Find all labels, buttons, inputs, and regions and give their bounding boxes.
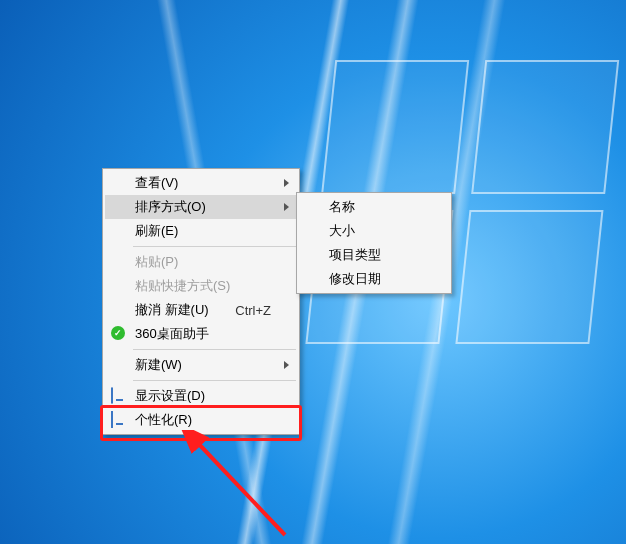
menu-item-label: 大小 — [329, 222, 355, 240]
menu-item-refresh[interactable]: 刷新(E) — [105, 219, 297, 243]
desktop-wallpaper[interactable]: 查看(V) 排序方式(O) 刷新(E) 粘贴(P) 粘贴快捷方式(S) 撤消 新… — [0, 0, 626, 544]
menu-item-label: 显示设置(D) — [135, 387, 205, 405]
menu-item-label: 粘贴(P) — [135, 253, 178, 271]
menu-item-label: 修改日期 — [329, 270, 381, 288]
submenu-item-name[interactable]: 名称 — [299, 195, 449, 219]
menu-item-label: 刷新(E) — [135, 222, 178, 240]
menu-item-undo-new[interactable]: 撤消 新建(U) Ctrl+Z — [105, 298, 297, 322]
menu-item-label: 粘贴快捷方式(S) — [135, 277, 230, 295]
desktop-context-menu: 查看(V) 排序方式(O) 刷新(E) 粘贴(P) 粘贴快捷方式(S) 撤消 新… — [102, 168, 300, 435]
menu-item-new[interactable]: 新建(W) — [105, 353, 297, 377]
menu-item-sort[interactable]: 排序方式(O) — [105, 195, 297, 219]
menu-item-paste: 粘贴(P) — [105, 250, 297, 274]
menu-item-display-settings[interactable]: 显示设置(D) — [105, 384, 297, 408]
chevron-right-icon — [284, 361, 289, 369]
chevron-right-icon — [284, 179, 289, 187]
menu-item-label: 项目类型 — [329, 246, 381, 264]
display-icon — [111, 388, 127, 404]
menu-separator — [133, 380, 296, 381]
menu-item-label: 新建(W) — [135, 356, 182, 374]
menu-item-label: 排序方式(O) — [135, 198, 206, 216]
submenu-item-date[interactable]: 修改日期 — [299, 267, 449, 291]
sort-submenu: 名称 大小 项目类型 修改日期 — [296, 192, 452, 294]
personalize-icon — [111, 412, 127, 428]
submenu-item-type[interactable]: 项目类型 — [299, 243, 449, 267]
menu-item-360-helper[interactable]: ✓ 360桌面助手 — [105, 322, 297, 346]
menu-item-personalize[interactable]: 个性化(R) — [105, 408, 297, 432]
menu-item-label: 360桌面助手 — [135, 325, 209, 343]
360-icon: ✓ — [111, 326, 127, 342]
menu-item-paste-shortcut: 粘贴快捷方式(S) — [105, 274, 297, 298]
menu-item-label: 个性化(R) — [135, 411, 192, 429]
menu-separator — [133, 246, 296, 247]
annotation-arrow-icon — [180, 430, 300, 540]
menu-item-view[interactable]: 查看(V) — [105, 171, 297, 195]
menu-item-label: 名称 — [329, 198, 355, 216]
menu-item-label: 查看(V) — [135, 174, 178, 192]
menu-separator — [133, 349, 296, 350]
chevron-right-icon — [284, 203, 289, 211]
menu-item-label: 撤消 新建(U) — [135, 301, 209, 319]
svg-line-0 — [195, 440, 285, 535]
submenu-item-size[interactable]: 大小 — [299, 219, 449, 243]
menu-item-shortcut: Ctrl+Z — [235, 303, 271, 318]
